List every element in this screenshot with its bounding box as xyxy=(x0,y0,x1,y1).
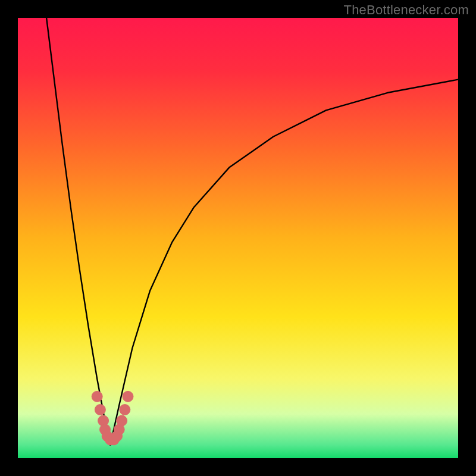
gradient-background xyxy=(18,18,458,458)
trough-marker xyxy=(117,415,127,426)
trough-marker xyxy=(120,405,130,415)
watermark-text: TheBottlenecker.com xyxy=(344,2,469,18)
bottleneck-curve-chart xyxy=(18,18,458,458)
trough-marker xyxy=(123,391,133,402)
trough-marker xyxy=(92,391,102,402)
trough-marker xyxy=(95,405,105,415)
plot-area xyxy=(18,18,458,458)
chart-frame: TheBottlenecker.com xyxy=(0,0,476,476)
